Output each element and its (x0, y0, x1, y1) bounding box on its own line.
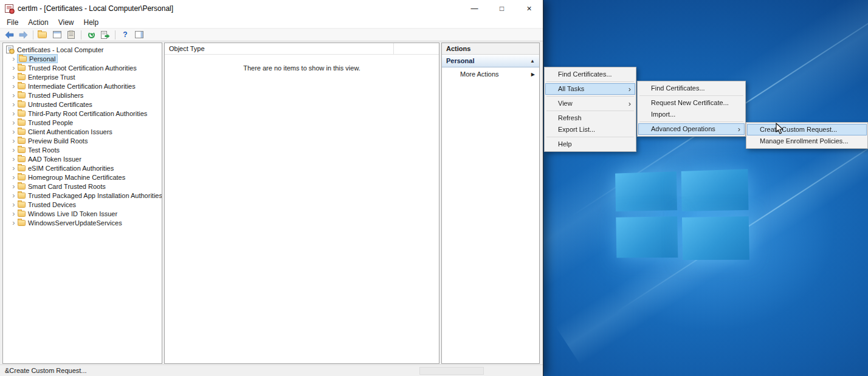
windows-logo-pane (681, 169, 749, 211)
certlm-app-icon (5, 4, 13, 13)
tree-item[interactable]: ›Homegroup Machine Certificates (3, 173, 162, 182)
folder-icon (18, 138, 26, 144)
minimize-button[interactable]: — (461, 0, 488, 16)
certificates-root-icon (6, 46, 13, 53)
chevron-right-icon[interactable]: › (10, 91, 17, 99)
menu-item-import[interactable]: Import... (638, 109, 745, 120)
status-bar-pane (419, 367, 484, 375)
export-list-icon (101, 31, 110, 39)
status-text: &Create Custom Request... (5, 367, 87, 374)
menu-item-find-certificates[interactable]: Find Certificates... (545, 69, 635, 80)
chevron-right-icon[interactable]: › (10, 118, 17, 126)
chevron-right-icon[interactable]: › (10, 146, 17, 154)
toolbar-separator (33, 30, 33, 39)
menu-action[interactable]: Action (23, 18, 53, 27)
menu-file[interactable]: File (2, 18, 23, 27)
refresh-icon (88, 32, 95, 38)
tree-item[interactable]: ›Third-Party Root Certification Authorit… (3, 109, 162, 118)
chevron-right-icon[interactable]: › (10, 200, 17, 208)
close-button[interactable]: × (515, 0, 543, 16)
chevron-right-icon[interactable]: › (10, 64, 17, 72)
tree-item-root[interactable]: Certificates - Local Computer (3, 45, 162, 54)
chevron-right-icon[interactable]: › (10, 55, 17, 63)
menu-item-all-tasks[interactable]: All Tasks› (545, 83, 635, 95)
tree-item[interactable]: ›Preview Build Roots (3, 136, 162, 145)
column-header-object-type[interactable]: Object Type (165, 43, 394, 54)
title-bar[interactable]: certlm - [Certificates - Local Computer\… (0, 0, 543, 16)
tree-item[interactable]: ›Smart Card Trusted Roots (3, 182, 162, 191)
forward-button[interactable] (16, 29, 30, 41)
show-hide-action-pane-button[interactable] (133, 29, 146, 41)
chevron-right-icon[interactable]: › (10, 73, 17, 81)
back-arrow-icon (5, 31, 13, 38)
chevron-right-icon[interactable]: › (10, 219, 17, 227)
menu-item-find-certificates[interactable]: Find Certificates... (638, 83, 745, 94)
tree-item[interactable]: ›Trusted Packaged App Installation Autho… (3, 191, 162, 200)
chevron-right-icon[interactable]: › (10, 128, 17, 135)
toolbar-separator (115, 30, 115, 39)
help-icon: ? (123, 30, 127, 39)
chevron-right-icon[interactable]: › (10, 155, 17, 163)
chevron-right-icon[interactable]: › (10, 191, 17, 199)
tree-item[interactable]: ›Client Authentication Issuers (3, 127, 162, 136)
show-hide-console-tree-button[interactable] (36, 29, 50, 41)
collapse-icon[interactable]: ▲ (530, 58, 535, 64)
menu-item-view[interactable]: View› (545, 98, 635, 109)
mouse-cursor (776, 123, 784, 135)
context-menu-more-actions: Find Certificates... All Tasks› View› Re… (544, 67, 636, 152)
back-button[interactable] (2, 29, 16, 41)
tree-item[interactable]: ›Trusted Publishers (3, 91, 162, 100)
more-actions-button[interactable]: More Actions ▶ (442, 67, 539, 81)
actions-pane-title: Actions (442, 43, 539, 55)
folder-icon (18, 111, 26, 117)
folder-icon (18, 193, 26, 199)
chevron-right-icon[interactable]: › (10, 182, 17, 190)
submenu-all-tasks: Find Certificates... Request New Certifi… (637, 81, 746, 137)
menu-item-refresh[interactable]: Refresh (545, 112, 635, 124)
properties-button[interactable] (50, 29, 64, 41)
menu-item-request-new-certificate[interactable]: Request New Certificate... (638, 97, 745, 109)
maximize-button[interactable]: □ (488, 0, 515, 16)
chevron-right-icon[interactable]: › (10, 173, 17, 181)
paste-button[interactable] (64, 29, 78, 41)
menu-separator (546, 81, 634, 82)
tree-item[interactable]: ›Trusted People (3, 118, 162, 127)
certlm-window: certlm - [Certificates - Local Computer\… (0, 0, 543, 376)
export-list-button[interactable] (98, 29, 112, 41)
help-button[interactable]: ? (119, 29, 132, 41)
refresh-button[interactable] (84, 29, 98, 41)
tree-item[interactable]: ›Intermediate Certification Authorities (3, 81, 162, 91)
tree-item-personal[interactable]: › Personal (3, 54, 162, 63)
menu-help[interactable]: Help (79, 18, 104, 27)
folder-icon (18, 101, 26, 108)
tree-item[interactable]: ›WindowsServerUpdateServices (3, 218, 162, 227)
tree-item[interactable]: ›Test Roots (3, 145, 162, 154)
chevron-right-icon[interactable]: › (10, 210, 17, 217)
folder-icon (18, 120, 26, 126)
menu-item-advanced-operations[interactable]: Advanced Operations› (638, 123, 745, 135)
console-tree-panel: Certificates - Local Computer › Personal… (2, 43, 162, 364)
menu-separator (639, 121, 743, 122)
chevron-right-icon[interactable]: › (10, 82, 17, 90)
chevron-right-icon[interactable]: › (10, 109, 17, 117)
chevron-right-icon[interactable]: › (10, 137, 17, 145)
menu-separator (546, 96, 634, 97)
tree-item[interactable]: ›AAD Token Issuer (3, 154, 162, 163)
submenu-arrow-icon: › (629, 98, 631, 109)
folder-icon (19, 56, 27, 62)
tree-item[interactable]: ›Windows Live ID Token Issuer (3, 209, 162, 218)
menu-view[interactable]: View (53, 18, 79, 27)
tree-item[interactable]: ›eSIM Certification Authorities (3, 163, 162, 173)
tree-item[interactable]: ›Enterprise Trust (3, 72, 162, 81)
chevron-right-icon[interactable]: › (10, 100, 17, 108)
tree-item[interactable]: ›Untrusted Certificates (3, 100, 162, 109)
chevron-right-icon[interactable]: › (10, 164, 17, 172)
tree-item[interactable]: ›Trusted Devices (3, 200, 162, 209)
menu-item-manage-enrollment-policies[interactable]: Manage Enrollment Policies... (747, 135, 867, 147)
menu-item-help[interactable]: Help (545, 138, 635, 150)
menu-item-export-list[interactable]: Export List... (545, 124, 635, 135)
tree-item[interactable]: ›Trusted Root Certification Authorities (3, 63, 162, 72)
actions-pane: Actions Personal ▲ More Actions ▶ (441, 43, 540, 364)
actions-section-personal[interactable]: Personal ▲ (442, 55, 539, 67)
menu-item-create-custom-request[interactable]: Create Custom Request... (747, 124, 867, 135)
